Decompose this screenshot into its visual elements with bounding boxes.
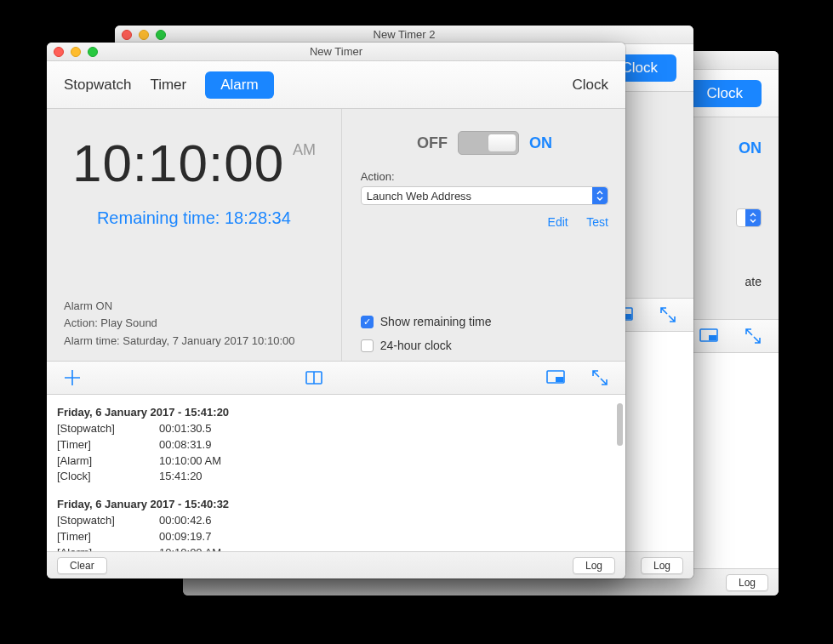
window-title: New Timer 2 bbox=[115, 28, 693, 41]
log-row: [Alarm]10:10:00 AM bbox=[57, 545, 615, 551]
switch-on-label: ON bbox=[739, 140, 762, 157]
action-label: Action: bbox=[361, 170, 608, 183]
log-button[interactable]: Log bbox=[726, 574, 768, 591]
status-action: Action: Play Sound bbox=[64, 315, 324, 333]
test-link[interactable]: Test bbox=[586, 215, 608, 229]
alarm-display-pane: 10:10:00 AM Remaining time: 18:28:34 Ala… bbox=[47, 109, 342, 361]
expand-icon[interactable] bbox=[658, 305, 678, 325]
show-remaining-label: Show remaining time bbox=[380, 315, 492, 328]
add-icon[interactable] bbox=[62, 368, 83, 388]
svg-rect-1 bbox=[709, 335, 716, 340]
log-row: [Stopwatch]00:00:42.6 bbox=[57, 513, 615, 529]
24hour-label: 24-hour clock bbox=[380, 339, 452, 352]
action-select[interactable]: Launch Web Address bbox=[361, 186, 608, 205]
log-date: Friday, 6 January 2017 - 15:40:32 bbox=[57, 497, 615, 513]
log-date: Friday, 6 January 2017 - 15:41:20 bbox=[57, 405, 615, 421]
log-row: [Clock]15:41:20 bbox=[57, 469, 615, 485]
log-button[interactable]: Log bbox=[573, 557, 615, 574]
tab-stopwatch[interactable]: Stopwatch bbox=[64, 77, 131, 94]
alarm-time: 10:10:00 bbox=[72, 133, 284, 193]
window-title: New Timer bbox=[47, 45, 625, 58]
option-label: ate bbox=[745, 275, 762, 288]
show-remaining-checkbox[interactable] bbox=[361, 316, 374, 328]
remaining-time: Remaining time: 18:28:34 bbox=[64, 208, 324, 228]
split-view-icon[interactable] bbox=[304, 368, 324, 388]
tab-timer[interactable]: Timer bbox=[150, 77, 186, 94]
expand-icon[interactable] bbox=[590, 368, 610, 388]
chevron-updown-icon bbox=[745, 209, 761, 226]
status-time: Alarm time: Saturday, 7 January 2017 10:… bbox=[64, 333, 324, 350]
tab-clock[interactable]: Clock bbox=[572, 77, 608, 94]
switch-on-label: ON bbox=[529, 134, 552, 152]
scrollbar[interactable] bbox=[617, 403, 623, 446]
toggle-knob bbox=[488, 134, 516, 152]
chevron-updown-icon bbox=[592, 187, 608, 204]
clear-button[interactable]: Clear bbox=[57, 557, 107, 574]
svg-rect-6 bbox=[556, 377, 563, 382]
log-row: [Timer]00:09:19.7 bbox=[57, 529, 615, 545]
action-select-value: Launch Web Address bbox=[367, 190, 471, 202]
pip-icon[interactable] bbox=[699, 326, 719, 346]
window-titlebar[interactable]: New Timer bbox=[47, 43, 625, 61]
log-button[interactable]: Log bbox=[641, 557, 683, 574]
alarm-toggle[interactable] bbox=[458, 131, 519, 155]
edit-link[interactable]: Edit bbox=[548, 215, 568, 229]
alarm-settings-pane: OFF ON Action: Launch Web Address Edit T… bbox=[342, 109, 625, 361]
log-row: [Alarm]10:10:00 AM bbox=[57, 453, 615, 470]
icon-bar bbox=[47, 361, 625, 395]
24hour-checkbox[interactable] bbox=[361, 339, 374, 352]
status-on: Alarm ON bbox=[64, 298, 324, 316]
log-row: [Timer]00:08:31.9 bbox=[57, 437, 615, 453]
action-select[interactable] bbox=[736, 208, 762, 227]
window-titlebar[interactable]: New Timer 2 bbox=[115, 26, 693, 44]
expand-icon[interactable] bbox=[743, 326, 763, 346]
tab-alarm[interactable]: Alarm bbox=[205, 71, 273, 99]
log-row: [Stopwatch]00:01:30.5 bbox=[57, 421, 615, 437]
log-area[interactable]: Friday, 6 January 2017 - 15:41:20 [Stopw… bbox=[47, 395, 625, 551]
footer: Clear Log bbox=[47, 551, 625, 578]
alarm-ampm: AM bbox=[293, 141, 316, 159]
toolbar: Stopwatch Timer Alarm Clock bbox=[47, 61, 625, 109]
switch-off-label: OFF bbox=[417, 134, 448, 152]
tab-clock[interactable]: Clock bbox=[688, 80, 762, 107]
pip-icon[interactable] bbox=[545, 368, 566, 388]
